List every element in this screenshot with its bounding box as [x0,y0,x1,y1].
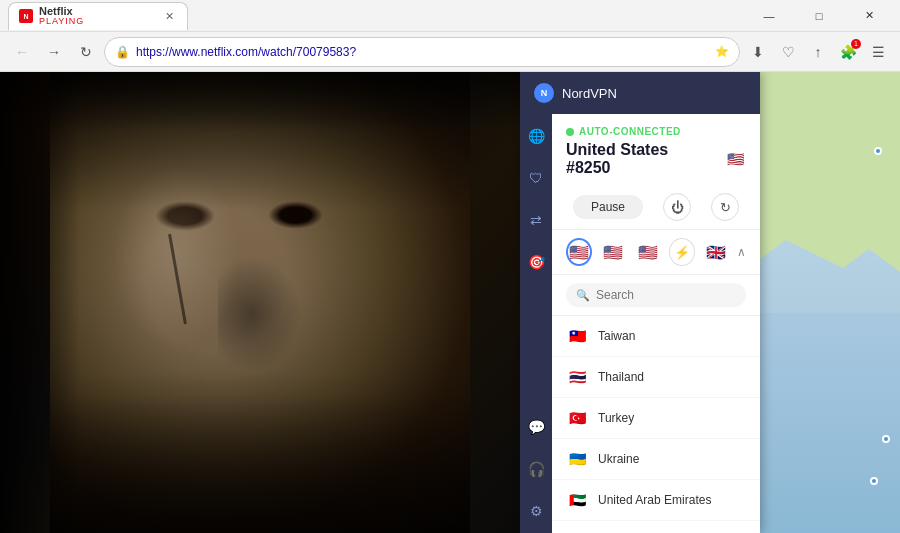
tab-favicon: N [19,9,33,23]
country-flag: 🇹🇷 [566,407,588,429]
nordvpn-title: NordVPN [562,86,617,101]
country-name: Ukraine [598,452,639,466]
auto-connected-label: AUTO-CONNECTED [579,126,681,137]
url-display: https://www.netflix.com/watch/70079583? [136,45,709,59]
tab-subtitle: PLAYING [39,17,84,27]
search-input-wrapper: 🔍 [566,283,746,307]
browser-tab[interactable]: N Netflix PLAYING ✕ [8,2,188,30]
status-indicator [566,128,574,136]
power-button[interactable]: ⏻ [663,193,691,221]
sidebar-shield-icon[interactable]: 🛡 [524,166,548,190]
quick-flag-us-2[interactable]: 🇺🇸 [600,238,626,266]
action-buttons: Pause ⏻ ↻ [552,185,760,230]
country-flag: 🇹🇭 [566,366,588,388]
maximize-button[interactable]: □ [796,0,842,32]
extensions-icon[interactable]: 🧩 1 [834,38,862,66]
quick-flag-us-1[interactable]: 🇺🇸 [566,238,592,266]
country-flag: 🇦🇪 [566,489,588,511]
sidebar-target-icon[interactable]: 🎯 [524,250,548,274]
tab-close-button[interactable]: ✕ [161,8,177,24]
close-button[interactable]: ✕ [846,0,892,32]
video-area [0,72,520,533]
connection-status: AUTO-CONNECTED United States #8250 🇺🇸 [552,114,760,185]
window-controls: — □ ✕ [746,0,892,32]
country-flag: 🇹🇼 [566,325,588,347]
country-item[interactable]: 🇹🇼 Taiwan [552,316,760,357]
search-input[interactable] [596,288,746,302]
nordvpn-content: AUTO-CONNECTED United States #8250 🇺🇸 Pa… [552,114,760,533]
country-item[interactable]: 🇦🇪 United Arab Emirates [552,480,760,521]
refresh-button[interactable]: ↻ [711,193,739,221]
search-icon: 🔍 [576,289,590,302]
sidebar-settings-icon[interactable]: ⚙ [524,499,548,523]
browser-toolbar: ← → ↻ 🔒 https://www.netflix.com/watch/70… [0,32,900,72]
video-background [0,72,520,533]
lightning-button[interactable]: ⚡ [669,238,695,266]
share-icon[interactable]: ↑ [804,38,832,66]
sidebar-globe-icon[interactable]: 🌐 [524,124,548,148]
sidebar-headset-icon[interactable]: 🎧 [524,457,548,481]
joker-face [50,72,470,533]
reload-button[interactable]: ↻ [72,38,100,66]
nordvpn-logo: N [534,83,554,103]
browser-titlebar: N Netflix PLAYING ✕ — □ ✕ [0,0,900,32]
server-name: United States #8250 🇺🇸 [566,141,746,177]
country-name: Taiwan [598,329,635,343]
favorites-icon[interactable]: ♡ [774,38,802,66]
search-bar: 🔍 [552,275,760,316]
forward-button[interactable]: → [40,38,68,66]
country-item[interactable]: 🇹🇷 Turkey [552,398,760,439]
nordvpn-panel: N NordVPN AUTO-CONNECTED United States #… [520,72,760,533]
quick-flag-us-3[interactable]: 🇺🇸 [634,238,660,266]
nordvpn-header: N NordVPN [520,72,760,114]
country-name: Thailand [598,370,644,384]
server-flag: 🇺🇸 [724,148,746,170]
country-item[interactable]: 🇺🇦 Ukraine [552,439,760,480]
toolbar-actions: ⬇ ♡ ↑ 🧩 1 ☰ [744,38,892,66]
menu-icon[interactable]: ☰ [864,38,892,66]
minimize-button[interactable]: — [746,0,792,32]
quick-flag-gb[interactable]: 🇬🇧 [703,238,729,266]
back-button[interactable]: ← [8,38,36,66]
address-bar[interactable]: 🔒 https://www.netflix.com/watch/70079583… [104,37,740,67]
main-content: 🌲 🌲 🌐 🛡 ⇄ 🎯 💬 🎧 ⚙ N Nord [0,72,900,533]
collapse-button[interactable]: ∧ [737,245,746,259]
country-item[interactable]: 🇹🇭 Thailand [552,357,760,398]
auto-connected-badge: AUTO-CONNECTED [566,126,746,137]
sidebar-chat-icon[interactable]: 💬 [524,415,548,439]
country-list: 🇹🇼 Taiwan 🇹🇭 Thailand 🇹🇷 Turkey 🇺🇦 Ukrai… [552,316,760,533]
country-item[interactable]: 🇬🇧 United Kingdom [552,521,760,533]
quick-connect-bar: 🇺🇸 🇺🇸 🇺🇸 ⚡ 🇬🇧 ∧ [552,230,760,275]
country-name: United Arab Emirates [598,493,711,507]
pause-button[interactable]: Pause [573,195,643,219]
country-name: Turkey [598,411,634,425]
country-flag: 🇺🇦 [566,448,588,470]
sidebar-transfer-icon[interactable]: ⇄ [524,208,548,232]
nordvpn-sidebar: 🌐 🛡 ⇄ 🎯 💬 🎧 ⚙ [520,114,552,533]
downloads-icon[interactable]: ⬇ [744,38,772,66]
